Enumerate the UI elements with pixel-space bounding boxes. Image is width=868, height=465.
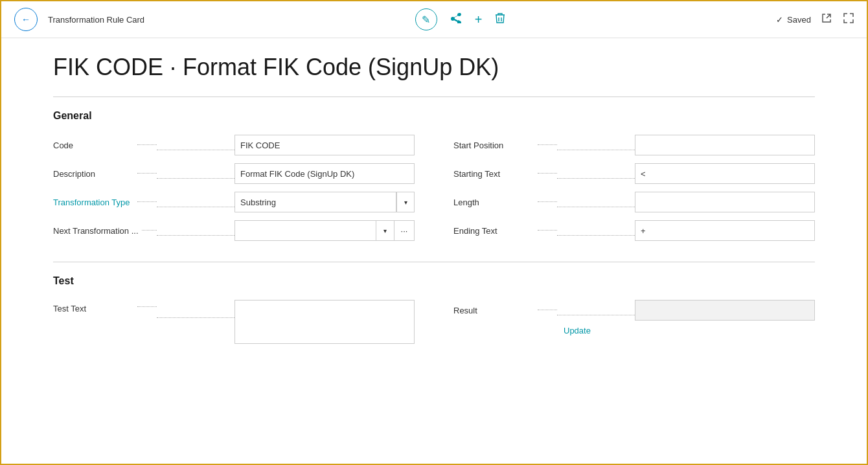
test-section-title: Test [53,275,815,287]
transformation-type-dots [157,197,234,207]
test-text-dots [157,308,234,318]
result-field-row: Result [453,300,815,321]
main-window: ← Transformation Rule Card ✎ + ✓ Saved [0,0,868,465]
test-text-input[interactable] [234,300,415,344]
transformation-type-select-wrapper: Substring Replace Trim ▾ [234,192,415,212]
description-input[interactable] [234,163,415,184]
expand-icon[interactable] [843,13,854,26]
result-input [635,300,815,321]
edit-button[interactable]: ✎ [415,8,437,30]
nav-right-icons [821,13,854,26]
back-button[interactable]: ← [14,8,38,31]
description-dots [157,168,234,179]
description-label: Description [53,169,157,179]
next-transformation-dots [157,225,234,236]
next-transformation-label: Next Transformation ... [53,226,157,236]
edit-icon: ✎ [422,14,430,26]
start-position-label: Start Position [453,141,557,150]
test-form: Test Text Result Update [53,300,815,344]
code-label: Code [53,141,157,150]
test-divider [53,262,815,262]
transformation-type-field-row: Transformation Type Substring Replace Tr… [53,192,415,212]
ending-text-label: Ending Text [453,226,557,236]
starting-text-label: Starting Text [453,169,557,179]
nav-title: Transformation Rule Card [48,15,144,25]
start-position-input[interactable] [635,135,815,155]
transformation-type-chevron[interactable]: ▾ [396,192,415,212]
update-row: Update [564,326,815,335]
transformation-type-select[interactable]: Substring Replace Trim [234,192,396,212]
length-label: Length [453,198,557,207]
main-content: FIK CODE · Format FIK Code (SignUp DK) G… [1,38,867,464]
ending-text-dots [557,225,635,236]
next-transformation-select[interactable] [234,220,376,241]
test-section: Test Test Text Result [53,262,815,344]
start-position-field-row: Start Position [453,135,815,155]
description-field-row: Description [53,163,415,184]
test-text-label: Test Text [53,300,157,313]
result-dots [557,305,635,315]
start-position-dots [557,140,635,150]
starting-text-dots [557,168,635,179]
ending-text-field-row: Ending Text [453,220,815,241]
code-dots [157,140,234,150]
transformation-type-label: Transformation Type [53,198,157,207]
result-label: Result [453,306,557,315]
delete-button[interactable] [495,12,505,27]
next-transformation-field-row: Next Transformation ... ▾ ··· [53,220,415,241]
saved-indicator: ✓ Saved [776,15,811,25]
starting-text-field-row: Starting Text [453,163,815,184]
saved-label: Saved [787,15,811,25]
share-button[interactable] [450,13,462,26]
test-text-field-row: Test Text [53,300,415,344]
update-button[interactable]: Update [564,326,591,335]
code-input[interactable] [234,135,415,155]
general-divider [53,96,815,97]
back-icon: ← [21,14,30,25]
ending-text-input[interactable] [635,220,815,241]
length-field-row: Length [453,192,815,212]
external-link-icon[interactable] [821,13,832,26]
navbar: ← Transformation Rule Card ✎ + ✓ Saved [1,1,867,38]
page-title: FIK CODE · Format FIK Code (SignUp DK) [53,54,815,81]
next-transformation-chevron[interactable]: ▾ [376,220,394,241]
code-field-row: Code [53,135,415,155]
saved-check-icon: ✓ [776,15,783,25]
nav-actions: ✎ + [415,8,506,30]
next-transformation-more-button[interactable]: ··· [394,220,415,241]
next-transformation-select-wrapper: ▾ ··· [234,220,415,241]
starting-text-input[interactable] [635,163,815,184]
add-button[interactable]: + [475,12,483,27]
length-dots [557,197,635,207]
general-form: Code Start Position Description [53,135,815,241]
test-right-col: Result Update [453,300,815,344]
general-section-title: General [53,110,815,122]
length-input[interactable] [635,192,815,212]
